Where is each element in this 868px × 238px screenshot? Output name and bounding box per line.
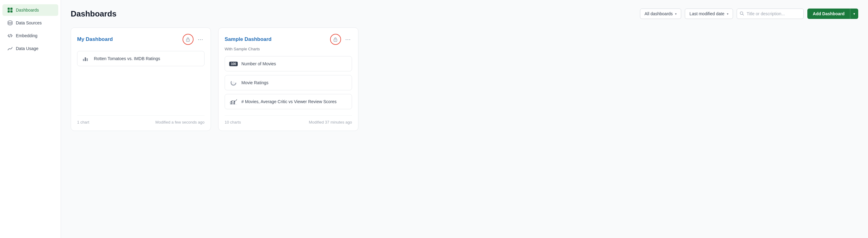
donut-chart-icon bbox=[229, 79, 238, 87]
sort-dropdown[interactable]: Last modified date ▾ bbox=[685, 8, 733, 19]
embedding-icon bbox=[7, 33, 13, 38]
modified-sample-dashboard: Modified 37 minutes ago bbox=[309, 120, 352, 124]
svg-point-4 bbox=[8, 21, 12, 23]
add-dashboard-caret[interactable]: ▾ bbox=[850, 8, 858, 19]
svg-line-7 bbox=[742, 14, 744, 15]
svg-rect-0 bbox=[8, 8, 10, 10]
add-dashboard-button[interactable]: Add Dashboard bbox=[807, 8, 850, 19]
card-title-sample-dashboard[interactable]: Sample Dashboard bbox=[225, 36, 330, 42]
main-content: Dashboards All dashboards ▾ Last modifie… bbox=[61, 0, 868, 238]
svg-rect-10 bbox=[83, 59, 84, 61]
chart-count-sample-dashboard: 10 charts bbox=[225, 120, 241, 124]
sidebar-item-data-usage[interactable]: Data Usage bbox=[2, 43, 58, 54]
header-row: Dashboards All dashboards ▾ Last modifie… bbox=[71, 8, 858, 19]
chevron-down-icon: ▾ bbox=[675, 12, 677, 16]
chart-item-avg-critic[interactable]: # Movies, Average Critic vs Viewer Revie… bbox=[225, 94, 352, 109]
dashboards-icon bbox=[7, 7, 13, 13]
svg-rect-17 bbox=[230, 103, 231, 105]
sidebar-item-label-data-sources: Data Sources bbox=[16, 21, 42, 25]
svg-rect-1 bbox=[10, 8, 12, 10]
svg-rect-19 bbox=[233, 102, 234, 105]
search-input[interactable] bbox=[737, 8, 804, 19]
card-footer-my-dashboard: 1 chart Modified a few seconds ago bbox=[77, 115, 205, 124]
chart-label-movie-ratings: Movie Ratings bbox=[241, 80, 269, 85]
chevron-down-icon-sort: ▾ bbox=[727, 12, 728, 16]
modified-my-dashboard: Modified a few seconds ago bbox=[155, 120, 205, 124]
dashboard-card-sample-dashboard: Sample Dashboard ··· With Sample Charts … bbox=[218, 27, 359, 131]
sidebar-item-label-embedding: Embedding bbox=[16, 33, 37, 38]
sidebar-item-embedding[interactable]: Embedding bbox=[2, 30, 58, 41]
search-wrapper bbox=[737, 8, 804, 19]
bar-chart-icon bbox=[82, 54, 90, 63]
chart-count-my-dashboard: 1 chart bbox=[77, 120, 89, 124]
cards-grid: My Dashboard ··· bbox=[71, 27, 858, 131]
data-sources-icon bbox=[7, 20, 13, 26]
svg-rect-3 bbox=[10, 10, 12, 12]
card-charts-my-dashboard: Rotten Tomatoes vs. IMDB Ratings bbox=[77, 51, 205, 109]
sidebar-item-label-data-usage: Data Usage bbox=[16, 46, 38, 51]
card-header-sample-dashboard: Sample Dashboard ··· bbox=[225, 34, 352, 45]
multi-bar-icon bbox=[229, 97, 238, 106]
all-dashboards-dropdown[interactable]: All dashboards ▾ bbox=[640, 8, 681, 19]
svg-rect-2 bbox=[8, 10, 10, 12]
chart-item-rotten-tomatoes[interactable]: Rotten Tomatoes vs. IMDB Ratings bbox=[77, 51, 205, 66]
add-dashboard-button-group: Add Dashboard ▾ bbox=[807, 8, 858, 19]
chart-label-number-of-movies: Number of Movies bbox=[241, 61, 276, 66]
lock-icon-my-dashboard[interactable] bbox=[183, 34, 193, 45]
lock-icon-sample-dashboard[interactable] bbox=[330, 34, 341, 45]
svg-rect-12 bbox=[87, 58, 88, 61]
card-header-my-dashboard: My Dashboard ··· bbox=[77, 34, 205, 45]
search-icon bbox=[740, 11, 744, 17]
dashboard-card-my-dashboard: My Dashboard ··· bbox=[71, 27, 211, 131]
data-usage-icon bbox=[7, 46, 13, 51]
sidebar: Dashboards Data Sources Embedding D bbox=[0, 0, 61, 238]
chart-item-number-of-movies[interactable]: 100 Number of Movies bbox=[225, 56, 352, 71]
card-title-my-dashboard[interactable]: My Dashboard bbox=[77, 36, 183, 42]
number-icon: 100 bbox=[229, 59, 238, 68]
svg-line-5 bbox=[9, 34, 11, 37]
chart-label-avg-critic: # Movies, Average Critic vs Viewer Revie… bbox=[241, 99, 337, 104]
chart-label-rotten-tomatoes: Rotten Tomatoes vs. IMDB Ratings bbox=[94, 56, 160, 61]
sidebar-item-data-sources[interactable]: Data Sources bbox=[2, 17, 58, 29]
sidebar-item-dashboards[interactable]: Dashboards bbox=[2, 4, 58, 16]
all-dashboards-label: All dashboards bbox=[645, 11, 673, 16]
card-footer-sample-dashboard: 10 charts Modified 37 minutes ago bbox=[225, 115, 352, 124]
card-subtitle-sample-dashboard: With Sample Charts bbox=[225, 47, 352, 51]
svg-point-14 bbox=[335, 40, 336, 40]
card-charts-sample-dashboard: 100 Number of Movies Movie Ratings bbox=[225, 56, 352, 109]
card-menu-sample-dashboard[interactable]: ··· bbox=[344, 36, 352, 43]
chart-item-movie-ratings[interactable]: Movie Ratings bbox=[225, 75, 352, 90]
sidebar-item-label-dashboards: Dashboards bbox=[16, 8, 39, 12]
svg-rect-18 bbox=[231, 101, 232, 105]
svg-point-9 bbox=[188, 40, 188, 40]
card-menu-my-dashboard[interactable]: ··· bbox=[196, 36, 205, 43]
sort-label: Last modified date bbox=[689, 11, 724, 16]
page-title: Dashboards bbox=[71, 9, 117, 19]
svg-point-16 bbox=[232, 82, 235, 84]
svg-rect-11 bbox=[85, 57, 86, 61]
